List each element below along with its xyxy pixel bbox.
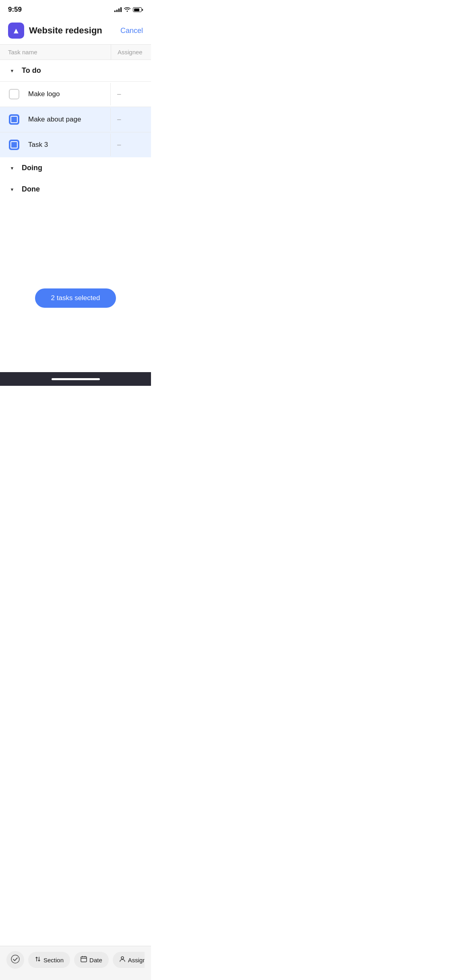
task-row[interactable]: Make about page – — [0, 107, 151, 132]
task-name-text: Task 3 — [28, 141, 48, 148]
section-done[interactable]: ▼ Done — [0, 179, 151, 200]
app-logo: ▲ — [12, 26, 20, 35]
task-content: Make about page — [28, 108, 111, 131]
task-row[interactable]: Task 3 – — [0, 132, 151, 157]
col-header-assignee: Assignee — [111, 45, 151, 60]
section-doing-label: Doing — [22, 164, 42, 172]
section-todo[interactable]: ▼ To do — [0, 60, 151, 81]
page-title: Website redesign — [29, 25, 120, 36]
task-checkbox-checked[interactable] — [9, 114, 19, 125]
home-indicator — [0, 372, 151, 386]
task-checkbox-area[interactable] — [0, 132, 28, 157]
wifi-icon — [124, 7, 130, 13]
main-content: ▼ To do Make logo – Make about page – — [0, 60, 151, 372]
task-content: Make logo — [28, 83, 111, 105]
app-icon: ▲ — [8, 23, 24, 39]
task-assignee-cell: – — [111, 83, 151, 105]
home-bar — [52, 378, 100, 380]
chevron-down-icon: ▼ — [8, 185, 16, 194]
task-checkbox-checked[interactable] — [9, 140, 19, 150]
selection-badge: 2 tasks selected — [35, 288, 116, 308]
task-name-text: Make about page — [28, 115, 81, 123]
column-headers: Task name Assignee — [0, 44, 151, 60]
task-checkbox-area[interactable] — [0, 107, 28, 132]
task-name-text: Make logo — [28, 90, 60, 98]
task-assignee-cell: – — [111, 108, 151, 131]
status-bar: 9:59 — [0, 0, 151, 18]
header: ▲ Website redesign Cancel — [0, 18, 151, 44]
section-doing[interactable]: ▼ Doing — [0, 157, 151, 179]
task-list: ▼ To do Make logo – Make about page – — [0, 60, 151, 280]
task-checkbox[interactable] — [9, 89, 19, 99]
section-done-label: Done — [22, 185, 40, 194]
cancel-button[interactable]: Cancel — [120, 27, 143, 35]
chevron-down-icon: ▼ — [8, 164, 16, 172]
status-time: 9:59 — [8, 6, 22, 14]
task-assignee-cell: – — [111, 134, 151, 156]
chevron-down-icon: ▼ — [8, 67, 16, 75]
task-checkbox-area[interactable] — [0, 82, 28, 107]
selection-badge-container: 2 tasks selected — [0, 280, 151, 316]
col-header-task-name: Task name — [0, 45, 111, 60]
battery-icon — [133, 7, 143, 12]
status-icons — [114, 7, 143, 13]
task-row[interactable]: Make logo – — [0, 81, 151, 107]
signal-icon — [114, 7, 122, 12]
section-todo-label: To do — [22, 66, 41, 75]
task-content: Task 3 — [28, 134, 111, 156]
